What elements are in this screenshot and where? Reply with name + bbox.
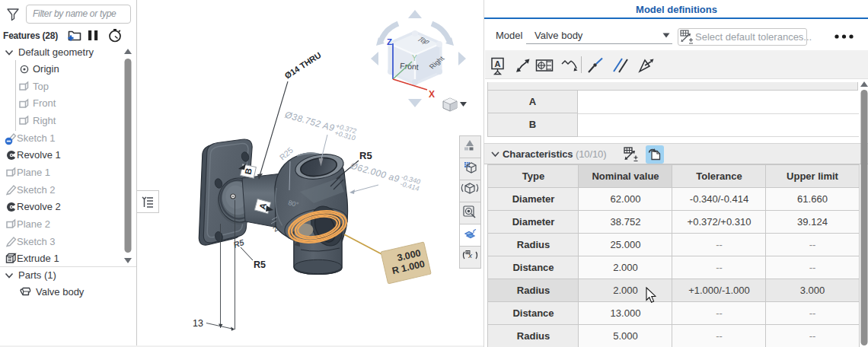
svg-text:13: 13 [193,318,203,329]
svg-text:Ø62.000 a9: Ø62.000 a9 [349,161,401,184]
svg-text:Ø14 THRU: Ø14 THRU [283,50,323,81]
svg-text:R5: R5 [359,150,372,161]
svg-text:Y: Y [412,54,417,62]
svg-text:Z: Z [387,37,392,46]
svg-text:R5: R5 [232,237,246,250]
svg-text:R5: R5 [254,259,266,270]
svg-text:X: X [429,89,435,100]
svg-text:Ø38.752 A9: Ø38.752 A9 [283,110,337,134]
svg-text:A: A [495,59,501,68]
